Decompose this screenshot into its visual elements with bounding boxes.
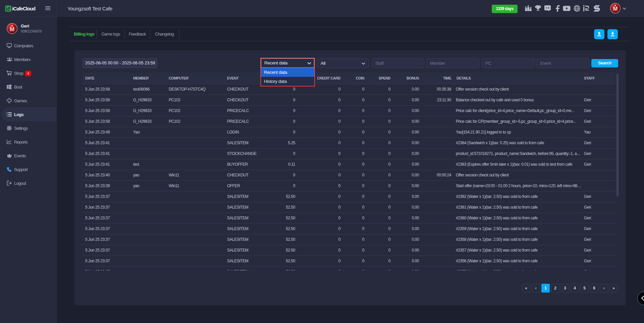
svg-text:M: M: [613, 6, 618, 12]
svg-text:M: M: [10, 26, 14, 33]
